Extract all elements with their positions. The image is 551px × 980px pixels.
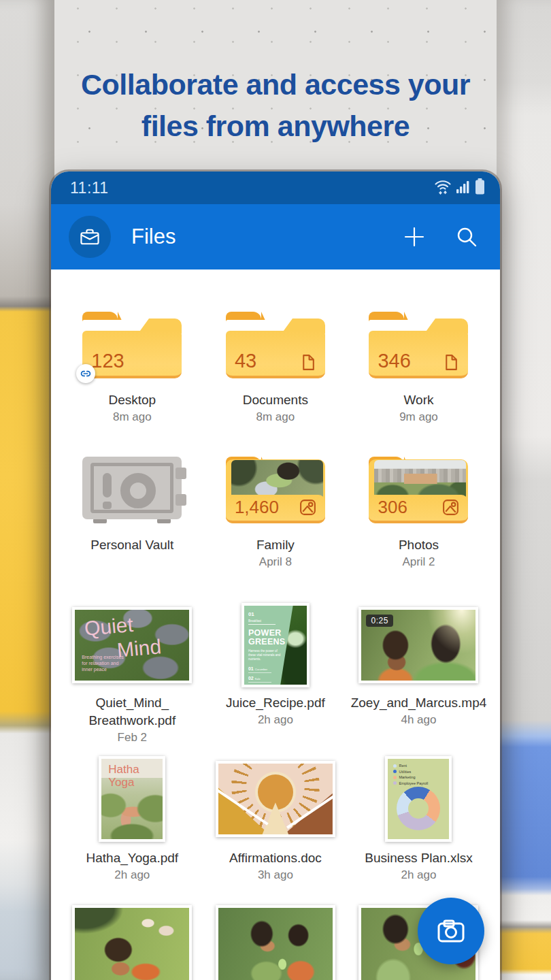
files-grid: 123 Desktop 8m ago xyxy=(51,312,500,980)
item-name: Documents xyxy=(243,391,308,409)
item-meta: 3h ago xyxy=(258,867,293,883)
photo-thumbnail xyxy=(216,905,335,980)
thumb-text: HathaYoga xyxy=(108,763,139,789)
image-icon xyxy=(441,498,460,517)
personal-vault-tile[interactable]: Personal Vault xyxy=(61,457,204,570)
item-meta: April 8 xyxy=(259,554,292,570)
family-folder-photo xyxy=(231,460,323,500)
item-meta: 9m ago xyxy=(399,409,438,425)
thumb-text: Breathing exercises for relaxation and i… xyxy=(82,654,124,672)
thumb-text: 01 xyxy=(248,611,303,617)
folder-tile-photos[interactable]: 306 Photos April 2 xyxy=(347,457,490,570)
item-meta: 8m ago xyxy=(113,409,152,425)
spreadsheet-thumbnail: Rent Utilities Marketing Employee Payrol… xyxy=(385,756,452,842)
thumb-text: POWERGREENS xyxy=(248,629,303,647)
folder-icon: 346 xyxy=(369,312,468,378)
folder-tile-desktop[interactable]: 123 Desktop 8m ago xyxy=(61,312,204,425)
add-button[interactable] xyxy=(398,220,431,253)
item-name: Zoey_and_Marcus.mp4 xyxy=(351,694,487,712)
video-thumbnail: 0:25 xyxy=(358,607,478,683)
hero-headline-line1: Collaborate and access your xyxy=(81,68,470,101)
donut-chart xyxy=(397,787,440,830)
item-name: Business Plan.xlsx xyxy=(365,849,472,867)
battery-icon xyxy=(475,178,485,197)
folder-item-count: 1,460 xyxy=(235,497,279,518)
file-tile-affirmations[interactable]: Affirmations.doc 3h ago xyxy=(204,755,348,883)
signal-icon xyxy=(456,179,470,197)
item-name: Hatha_Yoga.pdf xyxy=(86,849,179,867)
photo-folder-icon: 306 xyxy=(369,457,468,523)
folder-tile-family[interactable]: 1,460 Family April 8 xyxy=(204,457,348,570)
file-tile-business-plan[interactable]: Rent Utilities Marketing Employee Payrol… xyxy=(347,755,490,883)
item-name: Quiet_Mind_Breathwork.pdf xyxy=(88,694,176,730)
image-icon xyxy=(299,498,317,517)
status-time: 11:11 xyxy=(70,179,109,197)
folder-tile-documents[interactable]: 43 Documents 8m ago xyxy=(204,312,348,425)
folder-icon: 123 xyxy=(82,312,182,378)
folder-tile-work[interactable]: 346 Work 9m ago xyxy=(347,312,490,425)
legend-item: Utilities xyxy=(393,770,444,774)
item-name: Work xyxy=(403,391,433,409)
item-name: Desktop xyxy=(108,391,156,409)
item-name: Photos xyxy=(399,536,439,554)
item-name: Juice_Recipe.pdf xyxy=(226,694,325,712)
folder-item-count: 43 xyxy=(235,350,256,372)
briefcase-icon xyxy=(69,216,111,258)
account-button[interactable] xyxy=(69,216,111,258)
search-icon xyxy=(455,225,478,248)
app-bar: Files xyxy=(51,204,500,270)
thumb-text: 01Cucumber xyxy=(248,666,271,673)
thumb-text: 02Kale xyxy=(248,676,271,683)
thumb-text: Breakfast xyxy=(248,619,276,625)
legend-item: Marketing xyxy=(393,775,444,779)
item-name: Affirmations.doc xyxy=(229,849,322,867)
vault-icon xyxy=(82,457,182,523)
shared-link-badge xyxy=(76,364,95,383)
photo-folder-icon: 1,460 xyxy=(226,457,325,523)
file-tile-quiet-mind[interactable]: Quiet Mind Breathing exercises for relax… xyxy=(61,603,204,746)
item-meta: 2h ago xyxy=(401,867,436,883)
photo-tile[interactable] xyxy=(204,905,348,980)
folder-item-count: 346 xyxy=(378,350,410,372)
page-title: Files xyxy=(131,225,398,249)
item-name: Family xyxy=(256,536,295,554)
photo-tile[interactable] xyxy=(61,905,204,980)
legend-item: Rent xyxy=(393,764,444,768)
file-tile-zoey-video[interactable]: 0:25 Zoey_and_Marcus.mp4 4h ago xyxy=(347,603,490,746)
search-button[interactable] xyxy=(451,221,482,252)
document-icon xyxy=(441,353,460,372)
camera-fab-button[interactable] xyxy=(418,898,484,964)
link-icon xyxy=(80,368,92,380)
item-name: Personal Vault xyxy=(90,536,173,554)
status-bar: 11:11 xyxy=(51,172,500,204)
camera-icon xyxy=(435,917,467,945)
thumb-text: Harness the power of these vital mineral… xyxy=(248,649,284,662)
folder-item-count: 123 xyxy=(91,350,124,372)
hero-headline-line2: files from anywhere xyxy=(141,110,410,142)
wifi-icon xyxy=(434,178,452,197)
item-meta: Feb 2 xyxy=(118,730,147,746)
file-thumbnail xyxy=(216,761,335,837)
thumb-text: Quiet xyxy=(84,613,134,640)
photo-thumbnail xyxy=(72,905,192,980)
item-meta: 2h ago xyxy=(258,712,293,728)
item-meta: 8m ago xyxy=(256,409,295,425)
file-thumbnail: Quiet Mind Breathing exercises for relax… xyxy=(72,607,192,683)
phone-screen: 11:11 xyxy=(51,172,500,980)
file-thumbnail: HathaYoga xyxy=(99,756,165,842)
folder-item-count: 306 xyxy=(378,497,407,518)
file-thumbnail: 01 Breakfast POWERGREENS Harness the pow… xyxy=(241,603,310,687)
item-meta: April 2 xyxy=(402,554,435,570)
plus-icon xyxy=(402,225,427,249)
legend-item: Employee Payroll xyxy=(393,781,444,785)
background-left-strip xyxy=(0,0,54,980)
video-duration-badge: 0:25 xyxy=(366,615,393,627)
item-meta: 4h ago xyxy=(401,712,436,728)
hero-headline: Collaborate and access yourfiles from an… xyxy=(0,64,551,147)
file-tile-hatha-yoga[interactable]: HathaYoga Hatha_Yoga.pdf 2h ago xyxy=(61,755,204,883)
photos-folder-photo xyxy=(374,460,466,500)
file-tile-juice-recipe[interactable]: 01 Breakfast POWERGREENS Harness the pow… xyxy=(204,603,348,746)
document-icon xyxy=(299,353,317,372)
background-right-strip xyxy=(497,0,551,980)
folder-icon: 43 xyxy=(226,312,325,378)
